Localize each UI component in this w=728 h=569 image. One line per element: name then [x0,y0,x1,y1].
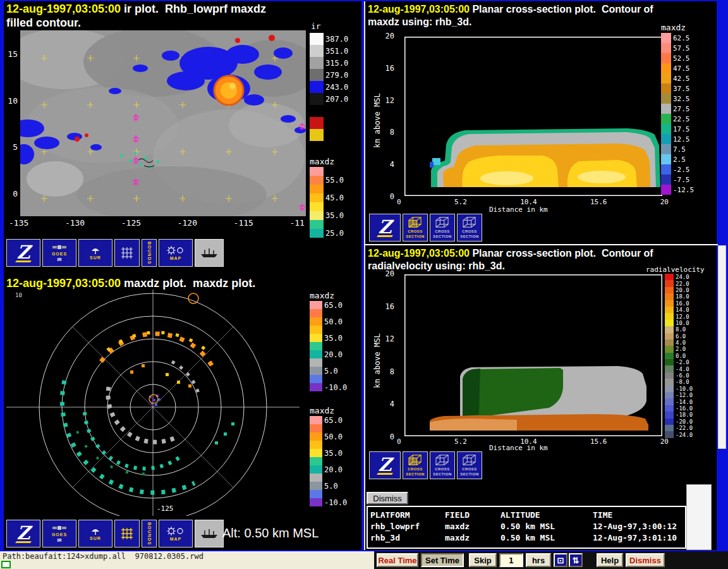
goes-label: GOES [52,252,67,257]
colorbar-value: -10.0 [676,386,693,392]
colorbar-row: 2.0 [665,346,693,352]
radar-grid-label-top: 10 [15,292,22,298]
platform-table-body: rhb_lowprfmaxdz0.50 km MSL12-Aug-97,3:00… [370,521,682,544]
radar-title-time: 12-aug-1997,03:05:00 [6,277,121,290]
colorbar-row: 32.5 [661,94,694,104]
colorbar-value: -7.5 [673,176,690,184]
map-button[interactable]: MAP [159,520,193,548]
axis-tick-label: -11 [289,218,304,228]
colorbar-row: -10.0 [310,383,347,391]
axis-tick-label: 12 [385,96,394,105]
colorbar-row [310,105,348,117]
xsect-maxdz-y-ticks: 201612840 [380,32,394,201]
colorbar-cell [665,320,674,326]
axis-tick-label: 4 [390,400,394,408]
colorbar-value: 22.5 [673,115,690,123]
colorbar-row [310,309,347,317]
colorbar-row: -4.0 [665,365,693,372]
xsect-maxdz-title-text: Planar cross-section plot. Contour of [470,4,653,15]
dismiss-control-button[interactable]: Dismiss [626,553,665,567]
storm-core [214,76,243,105]
cross-section-button-3[interactable]: CROSS SECTION [457,451,482,479]
scrollbar[interactable] [718,245,726,449]
surveillance-button[interactable]: SUR [78,520,112,548]
bounds-button[interactable]: BOUNDS [142,520,157,548]
radar-ppi-display[interactable]: -125 10 [6,290,300,516]
goes-ir-button[interactable]: GOES IR [42,239,76,267]
colorbar-cell [665,359,674,365]
colorbar-row: -2.0 [665,359,693,365]
contour-core [578,171,626,183]
zebra-logo-button[interactable]: Z [369,214,401,242]
cross-section-button-1[interactable]: CROSS SECTION [403,214,428,242]
time-cell: 12-Aug-97,3:00:12 [593,521,682,532]
clock-icon-button[interactable]: ⊡ [554,553,567,567]
map-button[interactable]: MAP [159,239,193,267]
colorbar-row: 16.0 [665,300,693,307]
zebra-logo-button[interactable]: Z [6,239,40,267]
colorbar-value: 32.5 [673,95,690,103]
grid-button-active[interactable] [114,520,140,548]
xsect-vel-colorbar: 24.022.020.018.016.014.012.010.08.06.04.… [665,274,693,438]
colorbar-value: 2.0 [676,346,686,352]
colorbar-row: 5.0 [310,482,347,490]
field-cell: maxdz [445,532,500,544]
zebra-logo: Z [16,524,30,542]
axis-tick-label: 12 [385,334,394,343]
cube-icon [461,216,478,229]
ir-satellite-image[interactable] [20,30,306,216]
colorbar-row: -6.0 [665,372,693,379]
ship-button[interactable] [195,520,224,548]
xsect-vel-plot[interactable] [404,274,662,436]
bounds-button[interactable]: BOUNDS [142,239,157,267]
colorbar-cell [310,358,322,367]
cross-section-button-3[interactable]: CROSS SECTION [457,214,482,242]
hrs-button[interactable]: hrs [526,553,551,567]
colorbar-cell [665,340,674,346]
cross-label: CROSS [435,229,449,234]
colorbar-cell [665,425,674,431]
colorbar-cell [310,474,322,482]
xsect-maxdz-plot[interactable] [404,37,662,196]
colorbar-value: 52.5 [673,54,690,63]
xsect-maxdz-toolbar: Z CROSS SECTION CROSS SECTION CROSS SECT… [369,214,482,242]
colorbar-cell [665,293,674,300]
surveillance-button[interactable]: SUR [78,239,112,267]
ship-button[interactable] [195,239,224,267]
skip-value-input[interactable] [499,553,523,567]
help-button[interactable]: Help [597,553,623,567]
colorbar-row: 65.0 [310,416,347,424]
colorbar-value: -18.0 [676,412,693,418]
radar-grid-label: -125 [157,505,174,513]
colorbar-value: 37.5 [673,85,690,93]
colorbar-cell [310,490,322,498]
radar-colorbar1: 65.050.035.020.05.0-10.0 [310,301,347,391]
set-time-button[interactable]: Set Time [421,553,464,567]
colorbar-cell [665,365,674,372]
goes-ir-button[interactable]: GOES IR [42,520,76,548]
zebra-logo-button[interactable]: Z [6,520,40,548]
colorbar-value: 17.5 [673,125,690,133]
cross-section-button-2[interactable]: CROSS SECTION [430,451,455,479]
xsect-vel-title-time: 12-aug-1997,03:05:00 [368,248,470,259]
radar-plot-title: 12-aug-1997,03:05:00 maxdz plot. maxdz p… [6,277,255,290]
xsect-vel-y-ticks: 201612840 [380,269,394,441]
dismiss-button[interactable]: Dismiss [367,492,408,505]
colorbar-cell [310,482,322,490]
cross-section-button-2[interactable]: CROSS SECTION [430,214,455,242]
colorbar-value: 55.0 [325,176,344,185]
step-icon-button[interactable]: ⇅ [569,553,583,567]
colorbar-cell [661,144,671,154]
real-time-button[interactable]: Real Time [377,553,418,567]
colorbar-value: 14.0 [676,307,689,313]
axis-tick-label: 20 [660,198,669,206]
colorbar-value: 18.0 [676,293,689,300]
table-row: rhb_lowprfmaxdz0.50 km MSL12-Aug-97,3:00… [370,521,682,532]
skip-button[interactable]: Skip [469,553,497,567]
grid-button[interactable] [114,239,140,267]
colorbar-cell [310,93,324,105]
zebra-logo-button[interactable]: Z [369,451,401,479]
colorbar-row: 42.5 [661,73,694,83]
cross-section-button-1[interactable]: CROSS SECTION [403,451,428,479]
colorbar-cell [661,94,671,104]
